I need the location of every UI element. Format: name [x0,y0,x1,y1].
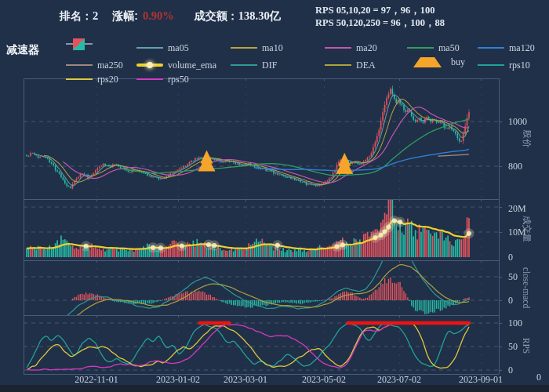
legend-label: rps50 [168,74,189,85]
glow-dot-icon [147,62,153,68]
ytick-price-800: 800 [508,161,522,172]
ma250-line-swatch [66,64,93,66]
legend-label: ma10 [262,42,283,54]
ytick-vol-0: 0 [508,252,513,263]
axis-title-rps: RPS [522,338,531,354]
dif-line-swatch [231,64,257,66]
ytick-rps-0: 0 [508,365,513,376]
change-label: 涨幅: [112,9,138,24]
ytick-price-1000: 1000 [508,116,527,128]
xtick-4: 2023-07-02 [377,374,421,386]
turnover-label: 成交额： [195,9,238,24]
ma120-line-swatch [478,47,504,49]
legend-item-ma05: ma05 [136,42,189,54]
legend-item-candle [66,38,93,50]
header-stats: 排名： 2 涨幅: 0.90% 成交额： 138.30亿 [60,9,281,24]
ytick-macd-50: 50 [508,271,518,283]
rps-summary-line2: RPS 50,120,250 = 96，100，88 [315,16,445,29]
ma50-line-swatch [407,47,434,49]
xtick-1: 2023-01-02 [156,374,200,386]
legend-item-ma250: ma250 [66,59,123,71]
legend-item-ma120: ma120 [478,42,535,54]
stock-name: 减速器 [6,43,39,57]
xtick-5: 2023-09-01 [459,374,503,386]
ytick-macd-0: 0 [508,295,513,307]
rps50-line-swatch [136,78,163,80]
legend-item-dea: DEA [325,59,376,71]
rps-summary: RPS 05,10,20 = 97，96，100 RPS 50,120,250 … [315,4,445,29]
legend-item-rps20: rps20 [66,73,118,85]
ma10-line-swatch [231,47,257,49]
corner-zero: 0 [536,372,541,383]
legend-item-ma50: ma50 [407,42,460,54]
ytick-vol-20m: 20M [508,203,526,215]
legend-label: ma20 [356,42,377,54]
legend-item-dif: DIF [231,59,277,71]
legend-item-ma20: ma20 [325,42,377,54]
buy-triangle-icon [413,57,442,67]
legend-label: ma05 [168,42,189,54]
legend-label: ma250 [97,60,123,71]
axis-title-macd: close-macd [522,267,531,308]
rps-summary-line1: RPS 05,10,20 = 97，96，100 [315,4,445,16]
legend-label: DEA [356,60,376,71]
candlestick-icon [66,38,93,50]
ma05-line-swatch [136,47,163,49]
legend-label: ma50 [438,42,460,54]
legend-item-volume-ema: volume_ema [136,59,216,71]
xtick-3: 2023-05-02 [302,374,346,386]
legend-label: rps20 [97,74,118,85]
turnover-value: 138.30亿 [238,9,281,24]
ma20-line-swatch [325,47,351,49]
legend-item-rps10: rps10 [478,59,530,71]
change-value: 0.90% [143,9,174,23]
dea-line-swatch [325,64,351,66]
legend-item-buy: buy [407,56,465,68]
legend-label: DIF [262,60,277,71]
xtick-0: 2022-11-01 [75,374,118,386]
legend-label: buy [451,56,465,68]
rps10-line-swatch [478,64,504,66]
ytick-rps-50: 50 [508,341,518,353]
legend-label: volume_ema [168,60,216,71]
ytick-rps-100: 100 [508,318,522,329]
xtick-2: 2023-03-01 [224,374,267,386]
rank-label: 排名： [60,9,93,24]
legend-item-rps50: rps50 [136,73,189,85]
bottom-band [0,385,549,392]
axis-title-volume: 成交量 [521,216,533,243]
legend-item-ma10: ma10 [231,42,283,54]
chart-figure: 排名： 2 涨幅: 0.90% 成交额： 138.30亿 RPS 05,10,2… [0,0,549,392]
rank-value: 2 [93,9,98,23]
legend-label: ma120 [509,42,535,54]
rps20-line-swatch [66,78,93,80]
axis-title-price: 股价 [521,130,533,148]
volume-ema-line-swatch [136,64,163,67]
legend-label: rps10 [509,60,530,71]
